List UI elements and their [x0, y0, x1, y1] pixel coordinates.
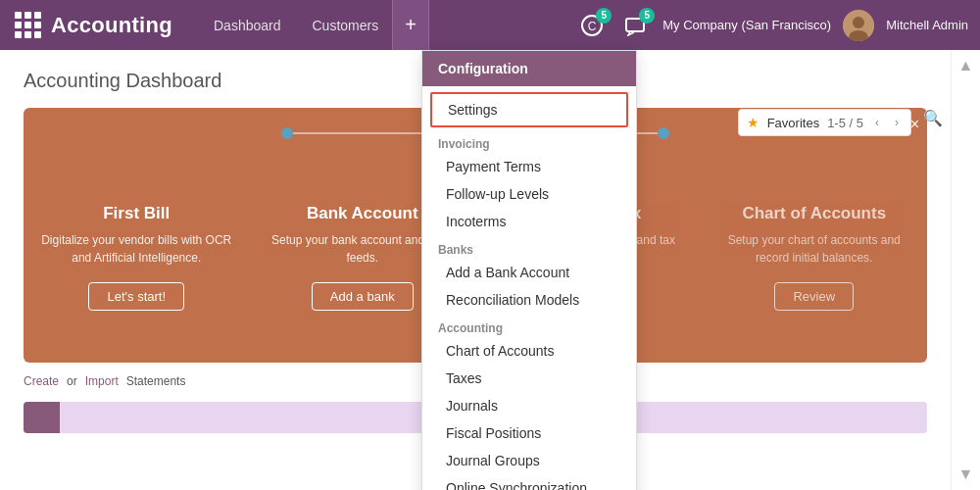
grid-menu-icon[interactable]	[12, 10, 43, 41]
section-label-banks: Banks	[422, 239, 636, 259]
menu-item-taxes[interactable]: Taxes	[422, 365, 636, 392]
main-area: Accounting Dashboard × First Bill Digita…	[0, 50, 980, 490]
favorites-bar: ★ Favorites 1-5 / 5 ‹ ›	[738, 109, 911, 136]
right-scroll-panel: ▲ ▼	[951, 50, 980, 490]
card-1-desc: Digitalize your vendor bills with OCR an…	[39, 231, 234, 267]
banner-close-icon[interactable]: ×	[910, 116, 919, 133]
card-1-button[interactable]: Let's start!	[88, 282, 184, 311]
svg-text:C: C	[588, 20, 597, 33]
menu-item-payment-terms[interactable]: Payment Terms	[422, 153, 636, 180]
scroll-up-icon[interactable]: ▲	[958, 58, 974, 74]
statements-text: Statements	[126, 374, 186, 388]
company-name[interactable]: My Company (San Francisco)	[662, 18, 831, 32]
settings-menu-item[interactable]: Settings	[430, 92, 628, 127]
topnav-right: C 5 5 My Company (San Francisco) Mitchel…	[576, 10, 968, 41]
card-4-button[interactable]: Review	[774, 282, 854, 311]
card-4-title: Chart of Accounts	[742, 204, 886, 223]
avatar-image	[843, 10, 874, 41]
favorites-next-icon[interactable]: ›	[891, 114, 903, 131]
card-2-button[interactable]: Add a bank	[312, 282, 414, 311]
section-label-invoicing: Invoicing	[422, 133, 636, 153]
section-label-accounting: Accounting	[422, 318, 636, 337]
scroll-down-icon[interactable]: ▼	[958, 466, 974, 482]
card-2-title: Bank Account	[307, 204, 418, 223]
menu-item-add-bank-account[interactable]: Add a Bank Account	[422, 259, 636, 286]
menu-item-incoterms[interactable]: Incoterms	[422, 208, 636, 235]
configuration-dropdown: Configuration Settings Invoicing Payment…	[421, 50, 637, 490]
menu-item-chart-of-accounts[interactable]: Chart of Accounts	[422, 337, 636, 365]
user-avatar[interactable]	[843, 10, 874, 41]
menu-item-reconciliation-models[interactable]: Reconciliation Models	[422, 286, 636, 314]
create-link[interactable]: Create	[24, 374, 59, 388]
banner-card-first-bill: First Bill Digitalize your vendor bills …	[24, 151, 250, 363]
grid-dots	[15, 12, 41, 38]
user-name[interactable]: Mitchell Admin	[886, 18, 968, 32]
search-icon[interactable]: 🔍	[923, 109, 943, 127]
dropdown-header: Configuration	[422, 51, 636, 86]
activity-icon-badge[interactable]: C 5	[576, 10, 608, 41]
favorites-prev-icon[interactable]: ‹	[871, 114, 883, 131]
step-dot-1	[281, 127, 293, 139]
top-navigation: Accounting Dashboard Customers + C 5 5 M…	[0, 0, 980, 50]
favorites-star-icon: ★	[747, 115, 760, 130]
nav-link-customers[interactable]: Customers	[299, 12, 393, 39]
app-title: Accounting	[51, 13, 172, 38]
or-text: or	[67, 374, 77, 388]
card-4-desc: Setup your chart of accounts and record …	[717, 231, 912, 267]
favorites-count: 1-5 / 5	[827, 116, 863, 130]
nav-link-dashboard[interactable]: Dashboard	[200, 12, 295, 39]
menu-item-journals[interactable]: Journals	[422, 392, 636, 419]
chat-badge: 5	[639, 8, 655, 24]
chat-icon-badge[interactable]: 5	[619, 10, 651, 41]
import-link[interactable]: Import	[85, 374, 119, 388]
progress-bar-fill	[24, 402, 60, 433]
menu-item-followup-levels[interactable]: Follow-up Levels	[422, 180, 636, 208]
menu-item-journal-groups[interactable]: Journal Groups	[422, 447, 636, 474]
card-1-title: First Bill	[103, 204, 170, 223]
svg-point-4	[853, 17, 864, 28]
activity-badge: 5	[596, 8, 612, 24]
menu-item-fiscal-positions[interactable]: Fiscal Positions	[422, 419, 636, 447]
favorites-label[interactable]: Favorites	[767, 116, 819, 130]
step-dot-3	[658, 127, 669, 139]
banner-card-chart-of-accounts: Chart of Accounts Setup your chart of ac…	[702, 151, 928, 363]
menu-item-online-synchronization[interactable]: Online Synchronization	[422, 474, 636, 490]
add-button[interactable]: +	[392, 0, 429, 50]
nav-links: Dashboard Customers	[200, 12, 392, 39]
